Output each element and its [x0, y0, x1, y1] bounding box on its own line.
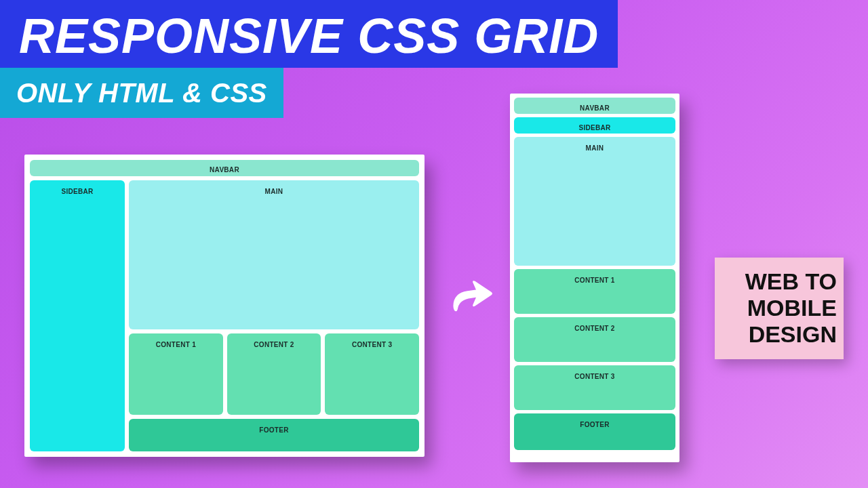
diagram-stage: RESPONSIVE CSS GRID ONLY HTML & CSS NAVB…: [0, 0, 868, 488]
arrow-right-icon: [443, 267, 498, 321]
mobile-navbar-region: NAVBAR: [514, 98, 675, 114]
desktop-content1-label: CONTENT 1: [156, 341, 196, 348]
desktop-navbar-label: NAVBAR: [210, 166, 239, 174]
desktop-layout-card: NAVBAR SIDEBAR MAIN CONTENT 1 CONTENT 2 …: [24, 155, 425, 457]
desktop-content2-region: CONTENT 2: [227, 333, 321, 415]
mobile-main-region: MAIN: [514, 137, 675, 266]
badge-line-3: DESIGN: [724, 321, 837, 348]
mobile-layout-card: NAVBAR SIDEBAR MAIN CONTENT 1 CONTENT 2 …: [510, 94, 679, 462]
mobile-content1-label: CONTENT 1: [574, 277, 614, 284]
title-text: RESPONSIVE CSS GRID: [19, 8, 599, 64]
desktop-main-region: MAIN: [129, 180, 419, 329]
mobile-sidebar-region: SIDEBAR: [514, 117, 675, 134]
title-banner: RESPONSIVE CSS GRID: [0, 0, 618, 68]
desktop-content3-label: CONTENT 3: [352, 341, 392, 348]
mobile-footer-region: FOOTER: [514, 413, 675, 450]
design-badge: WEB TO MOBILE DESIGN: [715, 258, 844, 359]
mobile-sidebar-label: SIDEBAR: [578, 124, 610, 131]
subtitle-text: ONLY HTML & CSS: [16, 78, 267, 108]
mobile-footer-label: FOOTER: [580, 421, 609, 428]
mobile-content3-label: CONTENT 3: [574, 373, 614, 380]
desktop-content3-region: CONTENT 3: [325, 333, 419, 415]
mobile-navbar-label: NAVBAR: [580, 104, 610, 112]
desktop-navbar-region: NAVBAR: [30, 160, 419, 176]
mobile-content2-label: CONTENT 2: [574, 325, 614, 332]
desktop-content1-region: CONTENT 1: [129, 333, 223, 415]
mobile-main-label: MAIN: [586, 144, 604, 152]
desktop-sidebar-label: SIDEBAR: [61, 188, 93, 195]
desktop-content2-label: CONTENT 2: [254, 341, 294, 348]
mobile-content3-region: CONTENT 3: [514, 365, 675, 410]
mobile-content1-region: CONTENT 1: [514, 269, 675, 314]
desktop-footer-label: FOOTER: [259, 426, 288, 434]
mobile-content2-region: CONTENT 2: [514, 317, 675, 362]
desktop-main-label: MAIN: [265, 188, 283, 195]
subtitle-banner: ONLY HTML & CSS: [0, 68, 283, 118]
desktop-sidebar-region: SIDEBAR: [30, 180, 125, 451]
badge-line-1: WEB TO: [724, 268, 837, 295]
desktop-footer-region: FOOTER: [129, 419, 419, 451]
badge-line-2: MOBILE: [724, 295, 837, 321]
